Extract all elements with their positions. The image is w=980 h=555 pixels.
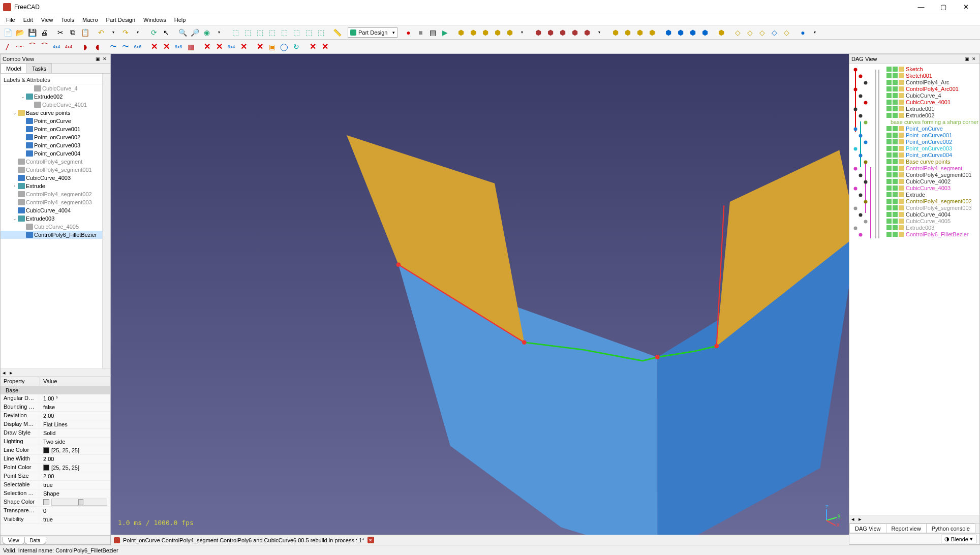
- datum-point-icon[interactable]: ◇: [756, 27, 768, 38]
- tree-item[interactable]: ControlPoly4_segment: [1, 158, 102, 166]
- dag-eye-icon[interactable]: [886, 106, 892, 111]
- macro-list-icon[interactable]: ▤: [427, 27, 438, 38]
- dag-eye-icon[interactable]: [886, 186, 892, 191]
- delete-g-icon[interactable]: ✕: [307, 41, 318, 52]
- grid-6x6-icon[interactable]: 6x6: [132, 41, 143, 52]
- delete-a-icon[interactable]: ✕: [148, 41, 160, 52]
- tree-scrollbar[interactable]: [102, 74, 110, 368]
- dag-hscroll[interactable]: ◂▸: [849, 515, 979, 523]
- property-value[interactable]: 0: [40, 507, 110, 515]
- dag-eye-icon[interactable]: [886, 93, 892, 98]
- datum-line-icon[interactable]: ◇: [744, 27, 755, 38]
- tree-caret-icon[interactable]: ⌄: [12, 216, 18, 221]
- document-tab[interactable]: Point_onCurve ControlPoly4_segment Contr…: [123, 537, 364, 543]
- property-row[interactable]: Line Color[25, 25, 25]: [1, 446, 110, 455]
- axis-gizmo[interactable]: z y x: [820, 506, 841, 527]
- pd-loft-icon[interactable]: ⬢: [492, 27, 503, 38]
- open-file-icon[interactable]: 📂: [14, 27, 25, 38]
- dag-close-icon[interactable]: ✕: [970, 55, 977, 63]
- tab-python[interactable]: Python console: [926, 523, 975, 533]
- workbench-selector[interactable]: Part Design: [348, 27, 397, 38]
- menu-windows[interactable]: Windows: [139, 15, 170, 24]
- view-bottom-icon[interactable]: ⬚: [291, 27, 302, 38]
- grid-4x4-b-icon[interactable]: 4x4: [63, 41, 74, 52]
- tree-item[interactable]: Point_onCurve004: [1, 149, 102, 158]
- color-slider[interactable]: [51, 499, 107, 506]
- property-value[interactable]: 2.00: [40, 472, 110, 480]
- pd-revolve-icon[interactable]: ⬢: [480, 27, 491, 38]
- property-value[interactable]: [40, 498, 110, 506]
- cut-icon[interactable]: ✂: [55, 27, 66, 38]
- tree-item[interactable]: ⌄Extrude003: [1, 214, 102, 223]
- tree-item[interactable]: CubicCurve_4: [1, 84, 102, 92]
- pd-pocket-icon[interactable]: ⬢: [533, 27, 544, 38]
- refresh-icon[interactable]: ⟳: [148, 27, 160, 38]
- 3d-viewport[interactable]: 1.0 ms / 1000.0 fps z y x: [111, 54, 849, 535]
- tab-reportview[interactable]: Report view: [886, 523, 927, 533]
- model-tree[interactable]: Labels & Attributes CubicCurve_4⌄Extrude…: [1, 74, 102, 368]
- tree-item[interactable]: Point_onCurve002: [1, 133, 102, 141]
- window-close-button[interactable]: ✕: [955, 0, 977, 14]
- pd-pad-icon[interactable]: ⬢: [468, 27, 479, 38]
- pd-sub-dropdown-icon[interactable]: ▾: [594, 27, 605, 38]
- view-left-icon[interactable]: ⬚: [303, 27, 314, 38]
- dag-eye-icon[interactable]: [886, 199, 892, 204]
- pd-dropdown-icon[interactable]: ▾: [516, 27, 528, 38]
- grid-c-icon[interactable]: ▦: [185, 41, 196, 52]
- property-value[interactable]: 2.00: [40, 412, 110, 420]
- property-row[interactable]: Transparency0: [1, 507, 110, 515]
- dag-eye-icon[interactable]: [886, 205, 892, 210]
- tree-caret-icon[interactable]: ›: [12, 183, 18, 189]
- property-row[interactable]: Selectabletrue: [1, 481, 110, 489]
- blue-sphere-icon[interactable]: ◯: [279, 41, 290, 52]
- dag-eye-icon[interactable]: [886, 67, 892, 72]
- tab-data[interactable]: Data: [24, 537, 46, 544]
- grid-6x6-b-icon[interactable]: 6x6: [173, 41, 184, 52]
- dag-eye-icon[interactable]: [886, 172, 892, 177]
- dag-eye-icon[interactable]: [886, 146, 892, 151]
- dag-eye-icon[interactable]: [886, 225, 892, 230]
- new-file-icon[interactable]: 📄: [2, 27, 13, 38]
- delete-d-icon[interactable]: ✕: [213, 41, 225, 52]
- pd-subsweep-icon[interactable]: ⬢: [581, 27, 593, 38]
- pd-linear-icon[interactable]: ⬢: [622, 27, 633, 38]
- property-row[interactable]: Visibilitytrue: [1, 515, 110, 524]
- tree-item[interactable]: CubicCurve_4001: [1, 101, 102, 109]
- bullet-icon[interactable]: ●: [797, 27, 808, 38]
- undo-dropdown-icon[interactable]: ▾: [108, 27, 119, 38]
- print-icon[interactable]: 🖨: [39, 27, 50, 38]
- tab-model[interactable]: Model: [1, 64, 27, 73]
- pd-hole-icon[interactable]: ⬢: [545, 27, 556, 38]
- tree-item[interactable]: Point_onCurve003: [1, 141, 102, 149]
- menu-edit[interactable]: Edit: [19, 15, 37, 24]
- menu-help[interactable]: Help: [170, 15, 190, 24]
- property-value[interactable]: false: [40, 403, 110, 411]
- tree-item[interactable]: ControlPoly4_segment002: [1, 190, 102, 198]
- draw-style-icon[interactable]: ◉: [201, 27, 212, 38]
- property-value[interactable]: Solid: [40, 429, 110, 437]
- tree-item[interactable]: ControlPoly6_FilletBezier: [1, 231, 102, 239]
- macro-record-icon[interactable]: ●: [403, 27, 414, 38]
- measure-icon[interactable]: 📏: [331, 27, 343, 38]
- property-value[interactable]: 1.00 °: [40, 394, 110, 403]
- property-value[interactable]: [25, 25, 25]: [40, 464, 110, 472]
- pd-boolean-icon[interactable]: ⬢: [716, 27, 727, 38]
- delete-e-icon[interactable]: ✕: [238, 41, 249, 52]
- dag-eye-icon[interactable]: [886, 179, 892, 184]
- property-row[interactable]: Point Color[25, 25, 25]: [1, 464, 110, 472]
- tree-item[interactable]: ⌄Base curve points: [1, 109, 102, 117]
- view-iso-icon[interactable]: ⬚: [230, 27, 241, 38]
- tree-item[interactable]: CubicCurve_4003: [1, 174, 102, 182]
- tree-caret-icon[interactable]: ⌄: [20, 94, 26, 99]
- save-icon[interactable]: 💾: [26, 27, 38, 38]
- grid-4x4-a-icon[interactable]: 4x4: [51, 41, 62, 52]
- dag-eye-icon[interactable]: [886, 139, 892, 144]
- pd-mirror-icon[interactable]: ⬢: [610, 27, 621, 38]
- menu-file[interactable]: File: [2, 15, 19, 24]
- dag-eye-icon[interactable]: [886, 152, 892, 158]
- pd-multi-icon[interactable]: ⬢: [647, 27, 658, 38]
- property-row[interactable]: Bounding Boxfalse: [1, 403, 110, 412]
- datum-cs-icon[interactable]: ◇: [769, 27, 780, 38]
- dag-eye-icon[interactable]: [886, 159, 892, 164]
- pd-sweep-icon[interactable]: ⬢: [504, 27, 515, 38]
